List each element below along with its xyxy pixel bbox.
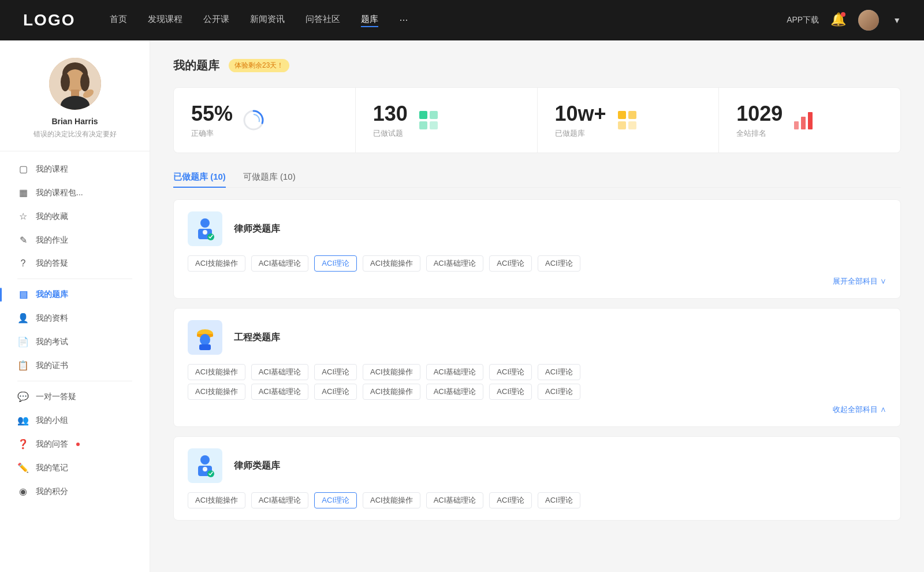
qbank-card-2: 工程类题库 ACI技能操作 ACI基础理论 ACI理论 ACI技能操作 ACI基… [173,308,901,427]
qbank-tag-1-2[interactable]: ACI理论 [314,255,357,272]
svg-rect-15 [618,111,626,119]
sidebar-item-qa[interactable]: ? 我的答疑 [6,252,144,275]
qbank-tag-3-2[interactable]: ACI理论 [314,492,357,508]
svg-rect-17 [618,121,626,129]
accuracy-icon [242,109,265,132]
sidebar-item-question-bank[interactable]: ▤ 我的题库 [6,283,144,306]
sidebar-item-group-label: 我的小组 [36,415,68,426]
nav-news[interactable]: 新闻资讯 [250,14,285,27]
qbank-tag-1-1[interactable]: ACI基础理论 [251,255,309,272]
qbank-tag-2-12[interactable]: ACI理论 [489,384,532,400]
qbank-tag-2-13[interactable]: ACI理论 [538,384,580,400]
svg-point-4 [80,73,90,91]
qbank-expand-2[interactable]: 收起全部科目 ∧ [188,404,886,415]
homework-icon: ✎ [17,235,29,246]
stat-done-banks: 10w+ 已做题库 [538,88,720,153]
sidebar-item-homework[interactable]: ✎ 我的作业 [6,228,144,252]
page-wrapper: Brian Harris 错误的决定比没有决定要好 ▢ 我的课程 ▦ 我的课程包… [0,40,924,572]
profile-icon: 👤 [17,313,29,324]
qbank-tag-2-11[interactable]: ACI基础理论 [426,384,484,400]
nav-open-course[interactable]: 公开课 [203,14,229,27]
sidebar-divider-1 [17,278,132,279]
qbank-icon-engineer [188,320,222,355]
sidebar-item-exam[interactable]: 📄 我的考试 [6,330,144,354]
tab-done-banks[interactable]: 已做题库 (10) [173,167,226,187]
qbank-card-3: 律师类题库 ACI技能操作 ACI基础理论 ACI理论 ACI技能操作 ACI基… [173,436,901,521]
qbank-tag-2-9[interactable]: ACI理论 [314,384,357,400]
course-package-icon: ▦ [17,187,29,198]
stat-rank-text: 1029 全站排名 [736,102,783,139]
page-title: 我的题库 [173,58,219,73]
stat-accuracy-text: 55% 正确率 [191,102,233,139]
stat-global-rank: 1029 全站排名 [719,88,900,153]
nav-qa[interactable]: 问答社区 [305,14,340,27]
qbank-tag-1-6[interactable]: ACI理论 [538,255,580,272]
qbank-tag-1-3[interactable]: ACI技能操作 [363,255,420,272]
qbank-tag-2-10[interactable]: ACI技能操作 [363,384,420,400]
qbank-tag-1-5[interactable]: ACI理论 [489,255,532,272]
sidebar-item-notes[interactable]: ✏️ 我的笔记 [6,456,144,480]
stat-accuracy-label: 正确率 [191,128,233,139]
qbank-tag-3-0[interactable]: ACI技能操作 [188,492,245,508]
my-qa-icon: ❓ [17,439,29,450]
sidebar-item-points-label: 我的积分 [36,486,68,497]
svg-rect-19 [794,121,799,129]
sidebar-item-one-on-one[interactable]: 💬 一对一答疑 [6,385,144,408]
qbank-tag-2-4[interactable]: ACI基础理论 [426,364,484,380]
sidebar-item-course-package[interactable]: ▦ 我的课程包... [6,181,144,205]
svg-rect-12 [430,111,438,119]
sidebar-user-motto: 错误的决定比没有决定要好 [33,129,117,139]
stat-rank-value: 1029 [736,102,783,126]
app-download-link[interactable]: APP下载 [787,15,819,25]
avatar[interactable] [858,10,879,31]
sidebar-item-group[interactable]: 👥 我的小组 [6,408,144,432]
avatar-image [858,10,879,31]
sidebar-item-profile[interactable]: 👤 我的资料 [6,306,144,330]
qbank-title-3: 律师类题库 [234,460,280,472]
qbank-tag-2-7[interactable]: ACI技能操作 [188,384,245,400]
qbank-tag-2-5[interactable]: ACI理论 [489,364,532,380]
qbank-tag-1-4[interactable]: ACI基础理论 [426,255,484,272]
qbank-expand-1[interactable]: 展开全部科目 ∨ [188,276,886,287]
sidebar-divider-2 [17,381,132,381]
svg-rect-11 [419,111,427,119]
qbank-tag-2-6[interactable]: ACI理论 [538,364,580,380]
stat-banks-label: 已做题库 [555,128,606,139]
qbank-tag-2-1[interactable]: ACI基础理论 [251,364,309,380]
sidebar-item-points[interactable]: ◉ 我的积分 [6,480,144,503]
svg-rect-14 [430,121,438,129]
sidebar-item-qa-label: 我的答疑 [36,258,68,269]
tab-available-banks[interactable]: 可做题库 (10) [243,167,296,187]
sidebar-item-my-qa[interactable]: ❓ 我的问答 [6,432,144,456]
nav-discover[interactable]: 发现课程 [148,14,182,27]
sidebar-item-course[interactable]: ▢ 我的课程 [6,157,144,181]
nav-more[interactable]: ··· [399,14,408,27]
qbank-tag-3-3[interactable]: ACI技能操作 [363,492,420,508]
qbank-tag-1-0[interactable]: ACI技能操作 [188,255,245,272]
qbank-title-2: 工程类题库 [234,332,280,344]
lawyer-icon [192,216,218,242]
qbank-tag-3-1[interactable]: ACI基础理论 [251,492,309,508]
qbank-icon-lawyer-3 [188,448,222,483]
group-icon: 👥 [17,415,29,426]
sidebar-item-exam-label: 我的考试 [36,337,68,347]
sidebar-item-certificate[interactable]: 📋 我的证书 [6,354,144,377]
sidebar-item-favorites[interactable]: ☆ 我的收藏 [6,205,144,228]
qbank-tag-2-2[interactable]: ACI理论 [314,364,357,380]
qbank-tag-3-6[interactable]: ACI理论 [538,492,580,508]
chevron-down-icon[interactable]: ▼ [893,16,901,25]
svg-point-3 [61,73,70,91]
svg-rect-20 [801,117,806,129]
qbank-tag-2-0[interactable]: ACI技能操作 [188,364,245,380]
notification-bell[interactable]: 🔔 [830,12,847,28]
nav-home[interactable]: 首页 [110,14,127,27]
qbank-tag-3-5[interactable]: ACI理论 [489,492,532,508]
nav-question-bank[interactable]: 题库 [361,14,378,27]
sidebar: Brian Harris 错误的决定比没有决定要好 ▢ 我的课程 ▦ 我的课程包… [0,40,150,572]
qbank-tag-2-3[interactable]: ACI技能操作 [363,364,420,380]
qbank-tag-2-8[interactable]: ACI基础理论 [251,384,309,400]
svg-rect-29 [199,344,211,350]
qbank-tag-3-4[interactable]: ACI基础理论 [426,492,484,508]
sidebar-menu: ▢ 我的课程 ▦ 我的课程包... ☆ 我的收藏 ✎ 我的作业 ? 我的答疑 ▤ [0,157,150,503]
sidebar-profile: Brian Harris 错误的决定比没有决定要好 [0,58,150,151]
